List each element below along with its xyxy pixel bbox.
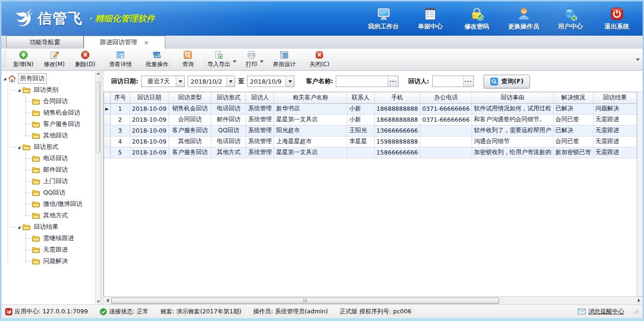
table-cell: 15988888888 [374,136,420,147]
main-area: 所有回访回访类别合同回访销售机会回访客户服务回访其他回访回访形式电话回访邮件回访… [1,71,643,304]
query-button[interactable]: 查询 [177,49,199,70]
tree-group-1[interactable]: 回访形式 [11,141,95,153]
column-header[interactable]: 回访人 [246,92,274,103]
tree-item[interactable]: 问题解决 [25,255,95,267]
scroll-left-icon[interactable] [104,297,111,304]
ui-design-button[interactable]: 界面设计 [268,49,301,70]
table-cell: 星星第一文具店 [274,147,347,158]
column-header[interactable]: 回访类型 [169,92,211,103]
table-cell: 软件收到了，需要远程帮用户 [472,125,554,136]
tree-expander-icon[interactable] [18,146,20,149]
tree-item[interactable]: 微信/微博回访 [25,198,95,210]
customer-lookup-button[interactable]: ··· [388,76,398,87]
tree-group-0[interactable]: 回访类别 [11,84,95,96]
nav-exit-system[interactable]: 退出系统 [602,7,632,31]
tree-expander-icon[interactable] [18,89,20,92]
tree-expander-icon[interactable] [18,226,20,229]
column-header[interactable]: 回访日期 [130,92,169,103]
tree-item[interactable]: 其他方式 [25,210,95,221]
user-center-globe-icon [563,7,578,21]
tab-function-navigator[interactable]: 功能导航窗 [6,36,84,48]
tree-item[interactable]: QQ回访 [25,187,95,198]
view-detail-button[interactable]: 查看详情 [104,49,137,70]
table-row[interactable]: 32018-10-09客户服务回访QQ回访系统管理阳光超市王阳光13666666… [104,125,637,136]
tab-followup-visit-management[interactable]: 跟进回访管理 × [84,36,165,49]
table-row[interactable]: 22018-10-09合同回访邮件回访系统管理星星第一文具店小新18688888… [104,114,637,125]
app-banner: 信管飞 · 精细化管理软件 我的工作台 [1,1,643,36]
table-cell: 其他方式 [211,147,246,158]
table-row[interactable]: 52018-10-09客户服务回访其他方式系统管理星星第一文具店15866666… [104,147,637,158]
nav-my-workbench[interactable]: 我的工作台 [368,7,399,31]
column-header[interactable]: 办公电话 [420,92,472,103]
nav-switch-operator[interactable]: 更换操作员 [508,7,539,31]
print-dropdown[interactable] [260,57,264,63]
tree-item[interactable]: 需继续跟进 [25,233,95,244]
table-cell: 无需跟进 [593,136,636,147]
date-from-picker[interactable]: 2018/10/2 [188,76,235,87]
table-row[interactable]: ▶12018-10-09销售机会回访电话回访系统管理新华书店小新18688888… [104,103,637,114]
column-header[interactable]: 相关客户名称 [274,92,347,103]
column-header[interactable]: 回访形式 [211,92,246,103]
toolbar-grip[interactable] [4,51,6,68]
grid-horizontal-scrollbar[interactable] [104,296,643,304]
delete-button[interactable]: 删除(D) [70,49,101,70]
brand-logo-icon [13,9,34,28]
tree-expander-icon[interactable] [3,78,6,80]
column-header[interactable]: 手机 [374,92,420,103]
query-icon [183,50,192,59]
tree-item[interactable]: 邮件回访 [25,164,95,175]
row-indicator-cell [104,125,110,136]
tree-item[interactable]: 无需跟进 [25,244,95,255]
column-header[interactable]: 序号 [110,92,130,103]
scroll-right-icon[interactable] [635,297,643,304]
tree-group-2[interactable]: 回访结果 [11,221,95,233]
visit-category-tree: 所有回访回访类别合同回访销售机会回访客户服务回访其他回访回访形式电话回访邮件回访… [1,71,95,304]
tree-scrollbar-thumb[interactable] [96,81,100,153]
batch-operation-button[interactable]: 批量操作 [141,49,174,70]
tree-item[interactable]: 合同回访 [25,96,95,107]
message-center-link[interactable]: 消息提醒中心 [588,308,624,316]
tree-scrollbar[interactable] [95,71,101,304]
account-set-status: 账套: 演示账套(2017年第1期) [161,308,241,316]
table-row[interactable]: 42018-10-09其他回访电话回访系统管理上海星星超市李星星15988888… [104,136,637,147]
grid-vertical-scrollbar[interactable] [637,92,643,296]
date-preset-combo[interactable]: 最近7天 [141,76,185,87]
toolbar-overflow-button[interactable] [636,58,641,61]
table-cell: 18688888888 [374,114,420,125]
tree-item[interactable]: 上门回访 [25,175,95,187]
customer-name-input[interactable] [336,76,388,87]
close-button[interactable]: 关闭(C) [304,49,335,70]
tree-item[interactable]: 电话回访 [25,153,95,164]
edit-button[interactable]: 修改(M) [38,49,70,70]
date-to-picker[interactable]: 2018/10/9 [247,76,294,87]
import-export-button[interactable]: 导入导出 [202,49,236,70]
nav-user-center[interactable]: 用户中心 [555,7,586,31]
scroll-up-icon[interactable] [96,72,100,75]
scroll-down-icon[interactable] [96,301,100,303]
table-cell: 系统管理 [246,136,274,147]
visitor-lookup-button[interactable]: ··· [463,76,474,87]
nav-change-password[interactable]: 修改密码 [462,7,492,31]
nav-document-center[interactable]: 单据中心 [415,7,445,31]
tree-root-all-visits[interactable]: 所有回访 [3,73,95,84]
table-cell: 5 [110,147,130,158]
visitor-input[interactable] [433,76,463,87]
column-header[interactable]: 回访结果 [593,92,636,103]
tab-close-icon[interactable]: × [144,39,149,46]
column-header[interactable]: 回访事由 [472,92,554,103]
folder-icon [32,212,40,219]
import-export-dropdown[interactable] [233,57,237,63]
combo-dropdown-button[interactable] [226,76,235,87]
tree-item[interactable]: 客户服务回访 [25,118,95,130]
tree-item[interactable]: 销售机会回访 [25,107,95,118]
table-cell: 1 [110,103,130,114]
horizontal-scrollbar-thumb[interactable] [111,298,499,304]
combo-dropdown-button[interactable] [285,76,294,87]
resize-grip[interactable] [634,310,639,313]
column-header[interactable]: 联系人 [347,92,374,103]
search-button[interactable]: 查询(F) [483,75,530,88]
tree-item[interactable]: 其他回访 [25,130,95,141]
combo-dropdown-button[interactable] [176,76,184,87]
add-button[interactable]: 新增(N) [8,49,38,70]
column-header[interactable]: 解决情况 [553,92,593,103]
